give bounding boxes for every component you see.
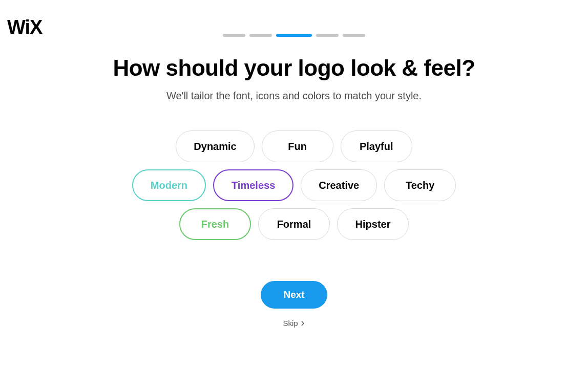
progress-step-5 [343, 34, 365, 37]
style-chip-grid: Dynamic Fun Playful Modern Timeless Crea… [0, 130, 588, 240]
progress-step-4 [316, 34, 339, 37]
chip-playful[interactable]: Playful [341, 130, 412, 162]
skip-label: Skip [283, 319, 298, 328]
action-bar: Next Skip [0, 281, 588, 328]
page-title: How should your logo look & feel? [0, 55, 588, 81]
chip-fun[interactable]: Fun [262, 130, 333, 162]
chip-hipster[interactable]: Hipster [337, 208, 409, 240]
chevron-right-icon [300, 321, 305, 326]
progress-step-2 [249, 34, 272, 37]
progress-indicator [0, 0, 588, 37]
chip-creative[interactable]: Creative [301, 169, 377, 201]
wix-logo: WiX [7, 17, 42, 37]
chip-row-1: Dynamic Fun Playful [176, 130, 412, 162]
page-subtitle: We'll tailor the font, icons and colors … [0, 90, 588, 102]
progress-step-1 [223, 34, 245, 37]
chip-formal[interactable]: Formal [258, 208, 330, 240]
chip-row-3: Fresh Formal Hipster [179, 208, 409, 240]
next-button[interactable]: Next [261, 281, 327, 309]
chip-techy[interactable]: Techy [384, 169, 456, 201]
skip-link[interactable]: Skip [283, 319, 305, 328]
chip-fresh[interactable]: Fresh [179, 208, 251, 240]
chip-timeless[interactable]: Timeless [213, 169, 293, 201]
chip-dynamic[interactable]: Dynamic [176, 130, 254, 162]
progress-step-3 [276, 34, 312, 37]
main-content: How should your logo look & feel? We'll … [0, 37, 588, 328]
chip-modern[interactable]: Modern [132, 169, 206, 201]
chip-row-2: Modern Timeless Creative Techy [132, 169, 456, 201]
